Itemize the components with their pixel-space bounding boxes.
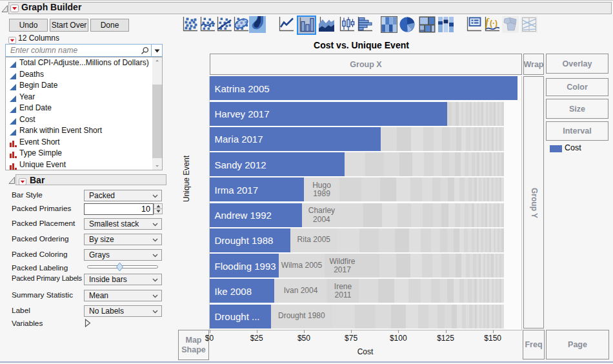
svg-text:(·): (·) [490,19,497,28]
svg-text:f: f [485,17,490,28]
